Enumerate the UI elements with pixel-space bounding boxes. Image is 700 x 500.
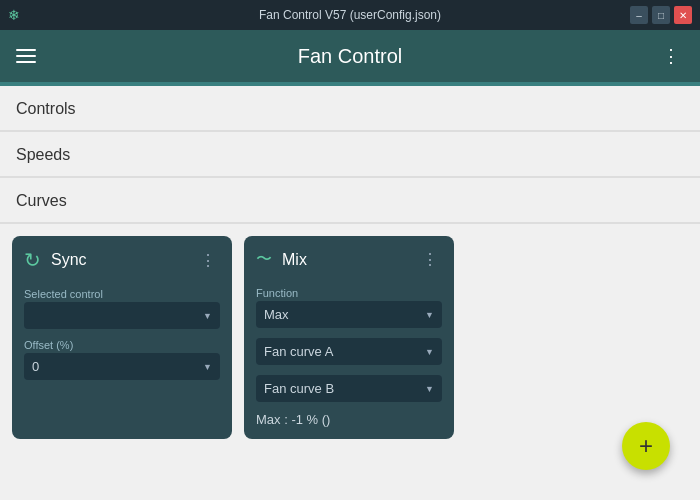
window-controls: – □ ✕ bbox=[630, 6, 692, 24]
app-bar-more-button[interactable]: ⋮ bbox=[654, 41, 688, 71]
mix-card-more-button[interactable]: ⋮ bbox=[418, 248, 442, 271]
hamburger-line-3 bbox=[16, 61, 36, 63]
function-wrapper: Max bbox=[256, 301, 442, 328]
sync-card-title: Sync bbox=[51, 251, 196, 269]
title-bar: ❄ Fan Control V57 (userConfig.json) – □ … bbox=[0, 0, 700, 30]
hamburger-button[interactable] bbox=[12, 45, 40, 67]
offset-field: Offset (%) 0 bbox=[24, 339, 220, 380]
sync-icon: ↻ bbox=[24, 248, 41, 272]
fan-curve-a-select[interactable]: Fan curve A bbox=[256, 338, 442, 365]
mix-icon: 〜 bbox=[256, 249, 272, 270]
maximize-button[interactable]: □ bbox=[652, 6, 670, 24]
add-fab-button[interactable]: + bbox=[622, 422, 670, 470]
selected-control-select[interactable] bbox=[24, 302, 220, 329]
mix-status-text: Max : -1 % () bbox=[256, 412, 442, 427]
cards-container: ↻ Sync ⋮ Selected control Offset (%) 0 bbox=[0, 224, 700, 451]
close-button[interactable]: ✕ bbox=[674, 6, 692, 24]
mix-card-header: 〜 Mix ⋮ bbox=[256, 248, 442, 271]
fan-curve-a-wrapper: Fan curve A bbox=[256, 338, 442, 365]
selected-control-label: Selected control bbox=[24, 288, 220, 300]
fan-curve-b-wrapper: Fan curve B bbox=[256, 375, 442, 402]
minimize-button[interactable]: – bbox=[630, 6, 648, 24]
selected-control-wrapper bbox=[24, 302, 220, 329]
fan-curve-a-field: Fan curve A bbox=[256, 338, 442, 365]
mix-card: 〜 Mix ⋮ Function Max Fan curve A bbox=[244, 236, 454, 439]
function-select[interactable]: Max bbox=[256, 301, 442, 328]
hamburger-line-1 bbox=[16, 49, 36, 51]
sync-card: ↻ Sync ⋮ Selected control Offset (%) 0 bbox=[12, 236, 232, 439]
app-icon: ❄ bbox=[8, 7, 20, 23]
section-curves[interactable]: Curves bbox=[0, 178, 700, 223]
hamburger-line-2 bbox=[16, 55, 36, 57]
main-content: Controls Speeds Curves ↻ Sync ⋮ Selected… bbox=[0, 86, 700, 500]
offset-select[interactable]: 0 bbox=[24, 353, 220, 380]
title-bar-title: Fan Control V57 (userConfig.json) bbox=[259, 8, 441, 22]
offset-label: Offset (%) bbox=[24, 339, 220, 351]
app-bar: Fan Control ⋮ bbox=[0, 30, 700, 82]
function-field: Function Max bbox=[256, 287, 442, 328]
section-speeds[interactable]: Speeds bbox=[0, 132, 700, 177]
mix-card-title: Mix bbox=[282, 251, 418, 269]
section-controls[interactable]: Controls bbox=[0, 86, 700, 131]
offset-wrapper: 0 bbox=[24, 353, 220, 380]
fan-curve-b-field: Fan curve B bbox=[256, 375, 442, 402]
app-bar-title: Fan Control bbox=[298, 45, 403, 68]
selected-control-field: Selected control bbox=[24, 288, 220, 329]
sync-card-header: ↻ Sync ⋮ bbox=[24, 248, 220, 272]
fan-curve-b-select[interactable]: Fan curve B bbox=[256, 375, 442, 402]
sync-card-more-button[interactable]: ⋮ bbox=[196, 249, 220, 272]
function-label: Function bbox=[256, 287, 442, 299]
